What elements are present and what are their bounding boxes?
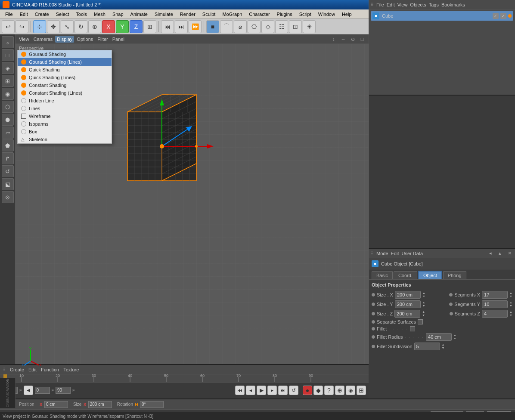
fillet-radius-input[interactable] bbox=[426, 333, 452, 341]
fillet-radius-radio[interactable] bbox=[372, 335, 375, 339]
rp-menu-tags[interactable]: Tags bbox=[429, 2, 439, 7]
fillet-subdiv-input[interactable] bbox=[414, 343, 440, 350]
sidebar-btn-3[interactable]: ◈ bbox=[2, 62, 14, 74]
seg-x-arrows[interactable]: ▲ ▼ bbox=[509, 291, 512, 298]
scale-tool-button[interactable]: ⤡ bbox=[61, 20, 74, 33]
move-tool-button[interactable]: ✥ bbox=[47, 20, 60, 33]
object-list-item-cube[interactable]: ■ Cube ✓ ✓ bbox=[371, 11, 513, 21]
menu-plugins[interactable]: Plugins bbox=[273, 11, 296, 18]
sidebar-btn-6[interactable]: ⬡ bbox=[2, 101, 14, 113]
rp-menu-view[interactable]: View bbox=[397, 2, 408, 7]
fillet-radius-arrows[interactable]: ▲ ▼ bbox=[453, 334, 456, 340]
vp-icon-2[interactable]: ↔ bbox=[339, 35, 347, 43]
x-size-input[interactable] bbox=[88, 401, 112, 408]
tab-phong[interactable]: Phong bbox=[443, 271, 466, 279]
fillet-subdiv-arrows[interactable]: ▲ ▼ bbox=[442, 343, 445, 350]
sidebar-btn-13[interactable]: ⊙ bbox=[2, 191, 14, 203]
polygon-btn[interactable]: ◇ bbox=[261, 20, 274, 33]
light-btn[interactable]: ☀ bbox=[303, 20, 316, 33]
playback-btn-3[interactable]: ⏩ bbox=[189, 20, 202, 33]
tl-function[interactable]: Function bbox=[41, 367, 59, 372]
segments-z-input[interactable] bbox=[482, 310, 508, 318]
help-btn[interactable]: ? bbox=[324, 386, 334, 395]
size-x-arrows[interactable]: ▲ ▼ bbox=[422, 291, 425, 298]
transform-tool-button[interactable]: ⊕ bbox=[88, 20, 101, 33]
x-axis-button[interactable]: X bbox=[102, 20, 115, 33]
y-axis-button[interactable]: Y bbox=[116, 20, 129, 33]
vp-menu-view[interactable]: View bbox=[17, 36, 31, 43]
z-axis-button[interactable]: Z bbox=[130, 20, 143, 33]
vp-menu-cameras[interactable]: Cameras bbox=[32, 36, 55, 43]
size-y-input[interactable] bbox=[395, 300, 421, 308]
rp-menu-objects[interactable]: Objects bbox=[410, 2, 426, 7]
keyframe-btn[interactable]: ◆ bbox=[313, 386, 323, 395]
display-menu-item-wireframe[interactable]: Wireframe bbox=[18, 112, 112, 120]
fillet-checkbox[interactable] bbox=[410, 326, 415, 331]
sidebar-btn-5[interactable]: ◉ bbox=[2, 88, 14, 100]
rp-menu-file[interactable]: File bbox=[376, 2, 384, 7]
menu-snap[interactable]: Snap bbox=[109, 11, 127, 18]
arrow-down-2[interactable]: ▼ bbox=[509, 295, 512, 298]
sidebar-btn-10[interactable]: ↱ bbox=[2, 152, 14, 164]
tab-coord[interactable]: Coord. bbox=[394, 271, 417, 279]
rotate-tool-button[interactable]: ↻ bbox=[74, 20, 87, 33]
sidebar-btn-1[interactable]: ⬦ bbox=[2, 36, 14, 48]
rp-menu-bookmarks[interactable]: Bookmarks bbox=[441, 2, 465, 7]
size-x-input[interactable] bbox=[395, 291, 421, 299]
seg-y-arrows[interactable]: ▲ ▼ bbox=[509, 301, 512, 308]
world-button[interactable]: ⊞ bbox=[143, 20, 156, 33]
display-menu-item-skeleton[interactable]: △ Skeleton bbox=[18, 136, 112, 143]
next-frame-btn[interactable]: ▸ bbox=[267, 386, 277, 395]
undo-button[interactable]: ↩ bbox=[2, 20, 15, 33]
display-menu-item-constant-lines[interactable]: Constant Shading (Lines) bbox=[18, 89, 112, 97]
tl-texture[interactable]: Texture bbox=[63, 367, 79, 372]
display-menu-item-gouraud-lines[interactable]: Gouraud Shading (Lines) bbox=[18, 58, 112, 66]
seg-y-radio[interactable] bbox=[449, 303, 453, 306]
arrow-up-2[interactable]: ▲ bbox=[509, 291, 512, 295]
menu-animate[interactable]: Animate bbox=[127, 11, 151, 18]
motion-btn[interactable]: ⊕ bbox=[335, 386, 344, 395]
sidebar-btn-9[interactable]: ⬟ bbox=[2, 139, 14, 151]
menu-tools[interactable]: Tools bbox=[72, 11, 90, 18]
size-x-radio[interactable] bbox=[372, 293, 375, 296]
sidebar-btn-4[interactable]: ⊞ bbox=[2, 75, 14, 87]
sidebar-btn-2[interactable]: □ bbox=[2, 49, 14, 61]
arrow-up[interactable]: ▲ bbox=[422, 291, 425, 295]
seg-x-radio[interactable] bbox=[449, 293, 453, 296]
deformer-btn[interactable]: ⎔ bbox=[248, 20, 261, 33]
anim-btn[interactable]: ◈ bbox=[346, 386, 355, 395]
props-menu-edit[interactable]: Edit bbox=[391, 251, 399, 256]
loop-btn[interactable]: ↺ bbox=[289, 386, 298, 395]
sidebar-btn-7[interactable]: ⬢ bbox=[2, 114, 14, 126]
props-close-icon[interactable]: ✕ bbox=[506, 250, 513, 257]
menu-create[interactable]: Create bbox=[31, 11, 53, 18]
menu-mograph[interactable]: MoGraph bbox=[219, 11, 245, 18]
play-back-btn[interactable]: ◀ bbox=[24, 386, 33, 395]
menu-character[interactable]: Character bbox=[245, 11, 273, 18]
menu-window[interactable]: Window bbox=[315, 11, 338, 18]
size-z-input[interactable] bbox=[394, 310, 420, 318]
vp-icon-4[interactable]: □ bbox=[358, 35, 366, 43]
display-menu-item-quick-lines[interactable]: Quick Shading (Lines) bbox=[18, 74, 112, 81]
nurbs-btn[interactable]: ⌀ bbox=[234, 20, 247, 33]
cube-primitive-btn[interactable]: ■ bbox=[206, 20, 219, 33]
size-z-radio[interactable] bbox=[372, 312, 375, 315]
menu-simulate[interactable]: Simulate bbox=[151, 11, 177, 18]
seg-z-radio[interactable] bbox=[450, 312, 453, 315]
vp-icon-3[interactable]: ⊙ bbox=[349, 35, 357, 43]
vp-menu-options[interactable]: Options bbox=[75, 36, 95, 43]
rp-menu-edit[interactable]: Edit bbox=[387, 2, 395, 7]
prev-frame-btn[interactable]: ◂ bbox=[246, 386, 255, 395]
visibility-check[interactable]: ✓ bbox=[493, 13, 499, 19]
display-menu-item-quick[interactable]: Quick Shading bbox=[18, 66, 112, 74]
fillet-radio[interactable] bbox=[372, 327, 375, 330]
menu-render[interactable]: Render bbox=[177, 11, 199, 18]
render-check[interactable]: ✓ bbox=[500, 13, 506, 19]
sidebar-btn-11[interactable]: ↺ bbox=[2, 165, 14, 177]
vp-menu-panel[interactable]: Panel bbox=[111, 36, 126, 43]
current-frame-input[interactable] bbox=[35, 387, 50, 394]
record-btn[interactable]: ● bbox=[303, 386, 312, 395]
x-pos-input[interactable] bbox=[44, 401, 68, 408]
sidebar-btn-12[interactable]: ⬕ bbox=[2, 178, 14, 190]
h-rot-input[interactable] bbox=[140, 401, 164, 408]
